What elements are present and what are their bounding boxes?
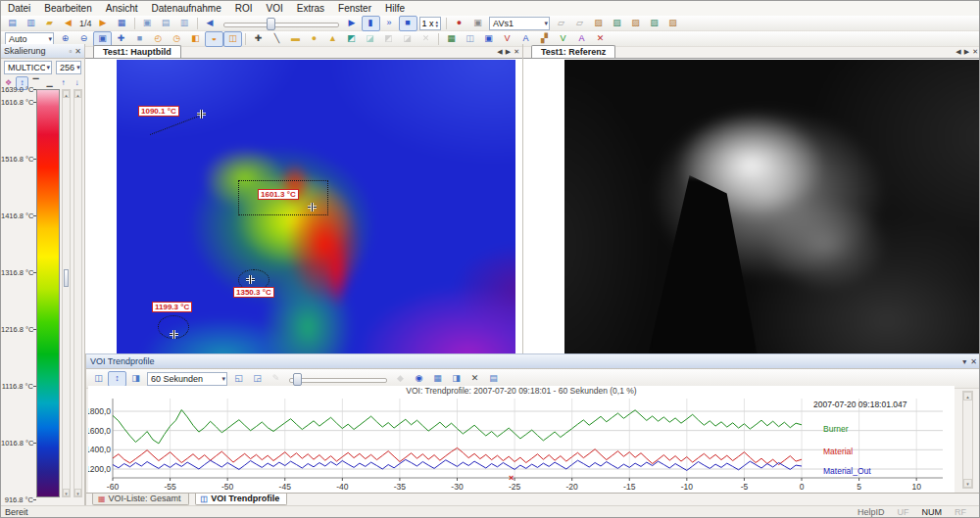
tool-g-icon[interactable]: ▨ bbox=[663, 16, 682, 31]
measurement-crosshair-icon[interactable] bbox=[308, 203, 317, 212]
thermal-image[interactable]: 1090.1 °C1601.3 °C1350.3 °C1199.3 °C bbox=[117, 60, 515, 353]
new-report-icon[interactable]: ▥ bbox=[22, 16, 40, 31]
trend-print-icon[interactable]: ▤ bbox=[484, 371, 503, 387]
scale-scroll-thumb[interactable] bbox=[64, 269, 69, 287]
trend-report-icon[interactable]: ◨ bbox=[447, 371, 466, 387]
open-folder-icon[interactable]: ▰ bbox=[40, 16, 59, 31]
menu-item-ansicht[interactable]: Ansicht bbox=[99, 1, 145, 16]
new-document-icon[interactable]: ▤ bbox=[3, 16, 22, 31]
temperature-label[interactable]: 1601.3 °C bbox=[258, 189, 299, 200]
scaling-close-button[interactable]: ✕ bbox=[74, 47, 81, 56]
menu-item-extras[interactable]: Extras bbox=[290, 1, 331, 16]
legend-entry-material[interactable]: Material bbox=[823, 447, 853, 456]
save-icon[interactable]: ▦ bbox=[113, 16, 131, 31]
next-frame-icon[interactable]: ▶ bbox=[94, 16, 113, 31]
tool-e-icon[interactable]: ▨ bbox=[626, 16, 645, 31]
tool-b-icon[interactable]: ▱ bbox=[570, 16, 589, 31]
x-tick-label: -55 bbox=[164, 482, 176, 492]
trend-position-slider[interactable] bbox=[289, 372, 387, 386]
trend-position-slider-thumb[interactable] bbox=[293, 373, 302, 386]
trend-settings-icon[interactable]: ◨ bbox=[126, 371, 145, 387]
tab-referenz[interactable]: Test1: Referenz bbox=[531, 45, 615, 58]
menu-item-voi[interactable]: VOI bbox=[259, 1, 289, 16]
trend-pencil-icon[interactable]: ✎ bbox=[267, 371, 285, 387]
temperature-label[interactable]: 1350.3 °C bbox=[233, 287, 274, 298]
legend-entry-burner[interactable]: Burner bbox=[823, 424, 849, 434]
tool-c-icon[interactable]: ▨ bbox=[589, 16, 608, 31]
trend-position-slider-track[interactable] bbox=[289, 378, 387, 383]
trend-scrollbar[interactable]: ▴ ▾ bbox=[962, 391, 973, 489]
scale-down-button[interactable]: ↓ bbox=[71, 76, 83, 90]
spinner-arrows-icon[interactable]: ▴▾ bbox=[436, 20, 439, 27]
color-scale-gradient[interactable] bbox=[36, 89, 60, 497]
legend-entry-material_out[interactable]: Material_Out bbox=[823, 466, 871, 476]
temperature-label[interactable]: 1090.1 °C bbox=[138, 106, 179, 117]
record-icon[interactable]: ● bbox=[450, 16, 468, 31]
scaling-pin-button[interactable]: ▫ bbox=[69, 47, 72, 56]
scale-range-scrollbar-upper[interactable]: ▴ ▾ bbox=[62, 89, 71, 497]
tool-d-icon[interactable]: ▨ bbox=[608, 16, 626, 31]
trend-delete-icon[interactable]: ✕ bbox=[466, 371, 484, 387]
measurement-crosshair-icon[interactable] bbox=[246, 275, 255, 284]
trend-marker-icon[interactable]: ◆ bbox=[391, 371, 410, 387]
scale-down-arrow-icon[interactable]: ▾ bbox=[63, 489, 70, 496]
tab-hauptbild[interactable]: Test1: Hauptbild bbox=[93, 45, 181, 58]
levels-select[interactable]: 256▾ bbox=[56, 61, 81, 74]
tool-a-icon[interactable]: ▱ bbox=[552, 16, 570, 31]
menu-item-fenster[interactable]: Fenster bbox=[331, 1, 378, 16]
trend-zoom-out-icon[interactable]: ◲ bbox=[248, 371, 267, 387]
scroll-right-icon[interactable]: ▶ bbox=[964, 48, 969, 56]
scale-up-arrow-icon[interactable]: ▴ bbox=[74, 90, 81, 98]
trend-close-button[interactable]: ✕ bbox=[970, 357, 977, 366]
temperature-label[interactable]: 1199.3 °C bbox=[152, 302, 192, 312]
audio-icon[interactable]: ◀ bbox=[201, 16, 220, 31]
export-icon[interactable]: ▤ bbox=[157, 16, 175, 31]
snapshot-icon[interactable]: ▣ bbox=[468, 16, 487, 31]
play-icon[interactable]: ▶ bbox=[343, 16, 362, 31]
menu-item-roi[interactable]: ROI bbox=[228, 1, 260, 16]
trend-tab-voi-trendprofile[interactable]: ◫VOI Trendprofile bbox=[195, 494, 288, 505]
prev-frame-icon[interactable]: ◀ bbox=[59, 16, 77, 31]
trend-table-icon[interactable]: ▦ bbox=[428, 371, 447, 387]
scroll-left-icon[interactable]: ◀ bbox=[956, 48, 960, 56]
trend-visibility-icon[interactable]: ◉ bbox=[410, 371, 428, 387]
close-icon[interactable]: ✕ bbox=[972, 48, 978, 56]
scroll-down-icon[interactable]: ▾ bbox=[963, 479, 972, 488]
scroll-left-icon[interactable]: ◀ bbox=[497, 48, 502, 56]
trend-zoom-in-icon[interactable]: ◱ bbox=[229, 371, 248, 387]
reference-image[interactable] bbox=[564, 60, 980, 353]
pause-icon[interactable]: ▮ bbox=[362, 16, 380, 31]
position-slider[interactable] bbox=[223, 17, 339, 30]
menu-item-datei[interactable]: Datei bbox=[1, 1, 37, 16]
stop-icon[interactable]: ■ bbox=[399, 16, 417, 31]
scale-down-arrow-icon[interactable]: ▾ bbox=[74, 489, 81, 496]
trend-autoscale-icon[interactable]: ↕ bbox=[108, 371, 126, 387]
scale-up-arrow-icon[interactable]: ▴ bbox=[63, 90, 70, 98]
tool-f-icon[interactable]: ▨ bbox=[645, 16, 663, 31]
scroll-right-icon[interactable]: ▶ bbox=[506, 48, 511, 56]
scale-min-button[interactable]: ▁ bbox=[43, 76, 56, 90]
scale-range-scrollbar-lower[interactable]: ▴ ▾ bbox=[74, 89, 82, 497]
menu-item-bearbeiten[interactable]: Bearbeiten bbox=[37, 1, 98, 16]
speed[interactable]: 1 x▴▾ bbox=[419, 17, 442, 30]
print-icon[interactable]: ▥ bbox=[175, 16, 194, 31]
palette-select[interactable]: MULTICOLOR▾ bbox=[4, 61, 52, 74]
scroll-up-icon[interactable]: ▴ bbox=[963, 392, 972, 400]
copy-icon[interactable]: ▣ bbox=[138, 16, 157, 31]
close-icon[interactable]: ✕ bbox=[514, 48, 519, 56]
measurement-crosshair-icon[interactable] bbox=[197, 110, 206, 118]
trend-export-icon[interactable]: ◫ bbox=[89, 371, 108, 387]
scale-up-button[interactable]: ↑ bbox=[57, 76, 70, 90]
avi-select[interactable]: AVs1▾ bbox=[489, 17, 550, 30]
position-slider-track[interactable] bbox=[223, 23, 339, 27]
trend-tab-voi-liste-gesamt[interactable]: ▦VOI-Liste: Gesamt bbox=[92, 494, 189, 505]
trend-cursor-marker[interactable]: × bbox=[509, 473, 514, 483]
trend-plot[interactable]: -60-55-50-45-40-35-30-25-20-15-10-505101… bbox=[88, 397, 955, 494]
fast-forward-icon[interactable]: » bbox=[380, 16, 399, 31]
measurement-crosshair-icon[interactable] bbox=[170, 330, 178, 339]
trend-menu-button[interactable]: ▾ bbox=[962, 357, 966, 366]
position-slider-thumb[interactable] bbox=[267, 18, 275, 30]
menu-item-datenaufnahme[interactable]: Datenaufnahme bbox=[145, 1, 228, 16]
menu-item-hilfe[interactable]: Hilfe bbox=[378, 1, 412, 16]
trend-interval[interactable]: 60 Sekunden▾ bbox=[147, 372, 227, 386]
